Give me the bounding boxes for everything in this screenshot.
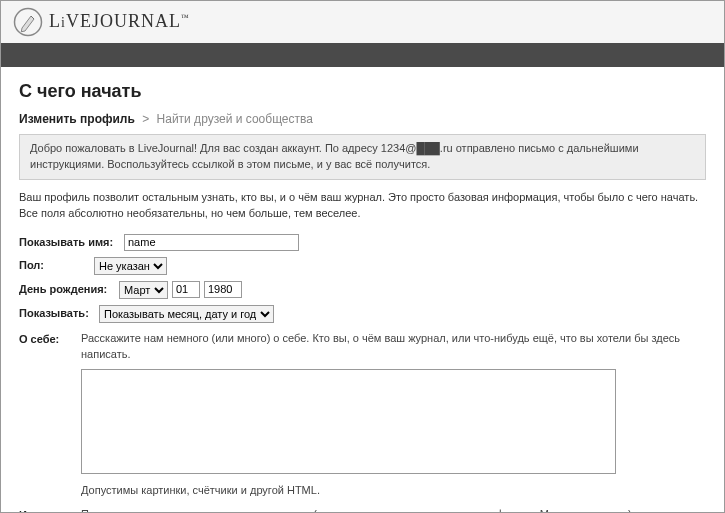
birthday-day-input[interactable]: [172, 281, 200, 298]
birthday-label: День рождения:: [19, 281, 119, 295]
field-gender: Пол: Не указан: [19, 257, 706, 275]
interests-label: Интересы:: [19, 507, 81, 513]
app-window: LiVEJOURNAL™ С чего начать Изменить проф…: [0, 0, 725, 513]
show-select[interactable]: Показывать месяц, дату и год: [99, 305, 274, 323]
breadcrumb-current: Изменить профиль: [19, 112, 135, 126]
page-title: С чего начать: [19, 81, 706, 102]
about-hint-bottom: Допустимы картинки, счётчики и другой HT…: [81, 483, 706, 499]
main-content: С чего начать Изменить профиль > Найти д…: [1, 67, 724, 512]
interests-hint: Перечислите несколько интересных вам тем…: [81, 507, 706, 513]
gender-label: Пол:: [19, 257, 94, 271]
logo[interactable]: LiVEJOURNAL™: [13, 7, 190, 37]
breadcrumb: Изменить профиль > Найти друзей и сообще…: [19, 112, 706, 126]
gender-select[interactable]: Не указан: [94, 257, 167, 275]
site-header: LiVEJOURNAL™: [1, 1, 724, 43]
pencil-icon: [13, 7, 43, 37]
birthday-month-select[interactable]: Март: [119, 281, 168, 299]
nav-bar: [1, 43, 724, 67]
field-birthday: День рождения: Март: [19, 281, 706, 299]
breadcrumb-sep: >: [142, 112, 149, 126]
show-label: Показывать:: [19, 305, 99, 319]
field-interests: Интересы: Перечислите несколько интересн…: [19, 507, 706, 513]
about-hint-top: Расскажите нам немного (или много) о себ…: [81, 331, 706, 363]
field-display-name: Показывать имя:: [19, 234, 706, 251]
field-about: О себе: Расскажите нам немного (или мног…: [19, 331, 706, 499]
birthday-year-input[interactable]: [204, 281, 242, 298]
intro-text: Ваш профиль позволит остальным узнать, к…: [19, 190, 706, 222]
logo-text: LiVEJOURNAL™: [49, 11, 190, 32]
breadcrumb-next[interactable]: Найти друзей и сообщества: [157, 112, 313, 126]
scroll-area[interactable]: LiVEJOURNAL™ С чего начать Изменить проф…: [1, 1, 724, 512]
field-show: Показывать: Показывать месяц, дату и год: [19, 305, 706, 323]
welcome-notice: Добро пожаловать в LiveJournal! Для вас …: [19, 134, 706, 180]
about-label: О себе:: [19, 331, 81, 345]
display-name-input[interactable]: [124, 234, 299, 251]
display-name-label: Показывать имя:: [19, 234, 124, 248]
about-textarea[interactable]: [81, 369, 616, 474]
